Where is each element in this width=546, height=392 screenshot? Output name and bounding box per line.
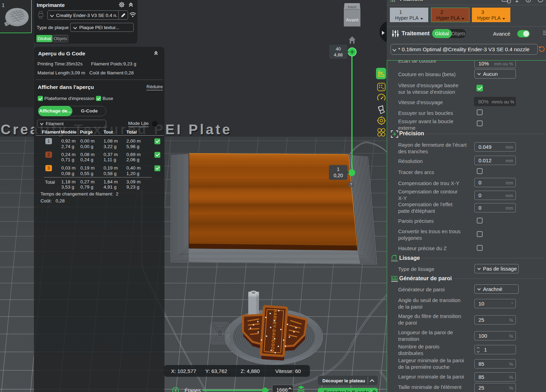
svg-text:?: ?	[350, 182, 352, 186]
svg-text:40: 40	[336, 46, 341, 52]
svg-text:Avant: Avant	[346, 17, 359, 22]
svg-text:4,88: 4,88	[334, 52, 342, 57]
svg-text:0,20: 0,20	[333, 173, 343, 178]
svg-text:haut: haut	[348, 5, 356, 9]
svg-text:1: 1	[337, 166, 340, 172]
